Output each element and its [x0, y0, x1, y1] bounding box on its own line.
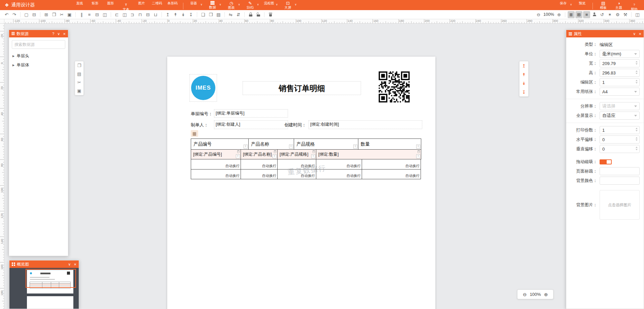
datasource-help-button[interactable]: ? — [52, 32, 54, 36]
datasource-search-input[interactable] — [12, 42, 65, 47]
grid-view-button[interactable]: ⊞ — [575, 11, 582, 18]
page-title-input[interactable] — [600, 167, 640, 175]
align-right-button[interactable]: ⊐ — [129, 11, 136, 18]
to-bottom-button[interactable]: ↧ — [520, 88, 528, 96]
flip-vertical-button[interactable]: ⇵ — [235, 11, 242, 18]
tool-text[interactable]: 文本 — [118, 0, 134, 10]
chevron-down-icon[interactable]: ∨ — [201, 3, 203, 6]
flip-horizontal-button[interactable]: ⇋ — [227, 11, 234, 18]
overview-map[interactable] — [9, 268, 79, 309]
canvas-zoom-in-button[interactable]: ⊕ — [544, 292, 548, 297]
align-middle-button[interactable]: ⊟ — [144, 11, 151, 18]
align-top-button[interactable]: ⊓ — [137, 11, 144, 18]
tool-help[interactable]: 帮助 — [627, 0, 642, 10]
align-left-button[interactable]: ⊏ — [113, 11, 120, 18]
tool-image[interactable]: 图片 — [134, 0, 149, 10]
header-cell[interactable]: 产品编号T — [191, 138, 249, 150]
ungroup-button[interactable]: ❒ — [207, 11, 214, 18]
cut-button[interactable]: ✂ — [58, 11, 65, 18]
canvas-zoom-out-button[interactable]: ⊖ — [523, 292, 527, 297]
unlock-button[interactable] — [255, 11, 262, 18]
clone-button[interactable]: ❐ — [75, 61, 83, 70]
created-time-label[interactable]: 创建时间： — [284, 122, 306, 128]
history-button[interactable]: ↺ — [599, 11, 606, 18]
bg-color-input[interactable] — [600, 177, 640, 185]
save-component-button[interactable]: ▤ — [215, 11, 222, 18]
user-button[interactable] — [591, 11, 598, 18]
chevron-down-icon[interactable]: ∨ — [238, 3, 240, 6]
autowrap-cell[interactable]: 自动换行 — [191, 169, 241, 179]
tool-theme[interactable]: ◑主题 — [611, 0, 627, 10]
stepper-arrows-icon[interactable] — [636, 61, 638, 65]
bring-forward-button[interactable]: ↟ — [172, 11, 179, 18]
properties-panel-header[interactable]: 属性 ∨ × — [566, 30, 644, 37]
group-button[interactable]: ❑ — [200, 11, 207, 18]
autowrap-cell[interactable]: 自动换行 — [277, 169, 316, 179]
properties-close-button[interactable]: × — [639, 32, 641, 36]
layers-view-button[interactable]: ≣ — [568, 11, 575, 18]
stepper-arrows-icon[interactable] — [636, 80, 638, 84]
cut-button[interactable]: ✂ — [75, 78, 83, 87]
send-backward-button[interactable]: ↡ — [180, 11, 187, 18]
clone-button[interactable]: ⊞ — [43, 11, 50, 18]
send-to-back-button[interactable]: ↧ — [187, 11, 194, 18]
overview-panel-header[interactable]: 概览图 ∨ × — [9, 260, 79, 268]
debug-button[interactable]: ⚒ — [622, 11, 629, 18]
logo-image[interactable]: IMES — [191, 76, 215, 100]
tool-preview[interactable]: 预览 — [574, 0, 590, 10]
paper-size-select[interactable]: A4 — [600, 88, 640, 96]
stepper-arrows-icon[interactable] — [636, 147, 638, 150]
offset-horizontal-stepper[interactable]: 0 — [600, 135, 640, 144]
delete-icon[interactable] — [237, 150, 240, 153]
paste-button[interactable]: ▣ — [75, 87, 83, 95]
move-up-button[interactable]: ↟ — [520, 70, 528, 79]
tool-chart[interactable]: ◷图表∨ — [224, 0, 239, 10]
delete-icon[interactable] — [418, 150, 420, 153]
zoom-out-button[interactable]: ⊖ — [535, 11, 542, 18]
report-logo[interactable]: IMES — [189, 74, 217, 102]
chevron-down-icon[interactable] — [634, 53, 637, 55]
chevron-right-icon[interactable]: ▶ — [12, 64, 14, 67]
bring-to-front-button[interactable]: ↥ — [164, 11, 171, 18]
height-stepper[interactable]: 296.83 — [600, 69, 640, 77]
component-list-button[interactable]: ▤ — [75, 70, 83, 78]
width-stepper[interactable]: 209.79 — [600, 59, 640, 67]
delete-icon[interactable] — [274, 150, 276, 153]
chevron-down-icon[interactable]: ∨ — [257, 3, 259, 6]
fullscreen-display-select[interactable]: 自适应 — [600, 112, 640, 120]
tool-qrcode[interactable]: 二维码 — [149, 0, 165, 10]
bound-cell[interactable]: [绑定:产品规格]T — [277, 149, 316, 159]
tool-data[interactable]: 数据∨ — [205, 0, 220, 10]
zoom-in-button[interactable]: ⊕ — [556, 11, 563, 18]
bound-cell[interactable]: [绑定:数量]T — [316, 149, 421, 159]
tree-item-doc-body[interactable]: ▶单据体 — [9, 61, 68, 70]
autowrap-cell[interactable]: 自动换行 — [277, 159, 316, 169]
chevron-down-icon[interactable] — [634, 105, 637, 107]
chevron-down-icon[interactable] — [634, 91, 637, 93]
doc-no-field[interactable]: [绑定:单据编号] — [214, 109, 288, 118]
undo-button[interactable]: ↶ — [3, 11, 10, 18]
autowrap-cell[interactable]: 自动换行 — [316, 159, 362, 169]
detail-table[interactable]: 产品编号T产品名称T产品规格T数量T[绑定:产品编号]T[绑定:产品名称]T[绑… — [191, 138, 423, 179]
overview-viewport-rect[interactable] — [26, 269, 76, 288]
stepper-arrows-icon[interactable] — [636, 70, 638, 74]
equal-height-button[interactable]: ◫ — [101, 11, 108, 18]
tool-rect[interactable]: 矩形 — [87, 0, 103, 10]
redo-button[interactable]: ↷ — [11, 11, 18, 18]
table-settings-button[interactable]: ▦ — [191, 130, 198, 137]
tool-line[interactable]: 直线 — [72, 0, 87, 10]
chevron-right-icon[interactable]: ▶ — [12, 55, 14, 58]
autowrap-cell[interactable]: 自动换行 — [362, 159, 421, 169]
stepper-arrows-icon[interactable] — [636, 128, 638, 131]
drag-snap-toggle[interactable] — [600, 159, 612, 164]
equal-width-button[interactable]: ⊟ — [94, 11, 101, 18]
resolution-select[interactable]: 请选择 — [600, 102, 640, 110]
overview-page-2[interactable] — [27, 296, 73, 309]
datasource-panel-header[interactable]: 数据源 ? ∨ × — [9, 30, 68, 37]
tool-barcode[interactable]: 条形码 — [165, 0, 180, 10]
report-title[interactable]: 销售订单明细 — [243, 81, 361, 95]
move-down-button[interactable]: ↡ — [520, 79, 528, 88]
autowrap-cell[interactable]: 自动换行 — [191, 159, 241, 169]
bg-image-picker[interactable]: 点击选择图片 — [600, 190, 640, 220]
stepper-arrows-icon[interactable] — [636, 137, 638, 141]
